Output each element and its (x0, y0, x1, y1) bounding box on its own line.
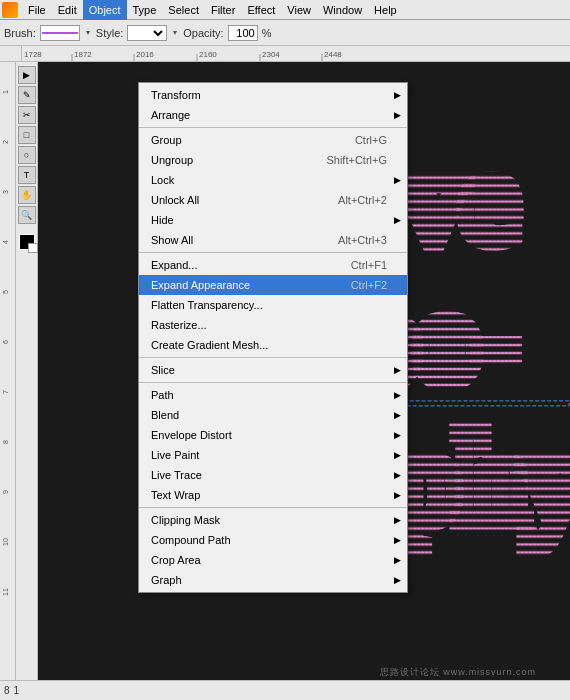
svg-text:1728: 1728 (24, 50, 42, 59)
menu-blend[interactable]: Blend ▶ (139, 405, 407, 425)
menu-ungroup[interactable]: Ungroup Shift+Ctrl+G (139, 150, 407, 170)
menu-file[interactable]: File (22, 0, 52, 20)
ruler-row: 1728 1872 2016 2160 2304 2448 (0, 46, 570, 62)
submenu-arrow: ▶ (394, 575, 401, 585)
menu-graph[interactable]: Graph ▶ (139, 570, 407, 590)
menu-transform[interactable]: Transform ▶ (139, 85, 407, 105)
svg-text:3: 3 (2, 190, 9, 194)
svg-text:6: 6 (2, 340, 9, 344)
menu-expand-appearance[interactable]: Expand Appearance Ctrl+F2 (139, 275, 407, 295)
menu-gradient-mesh[interactable]: Create Gradient Mesh... (139, 335, 407, 355)
style-label: Style: (96, 27, 124, 39)
svg-text:11: 11 (2, 588, 9, 596)
menu-help[interactable]: Help (368, 0, 403, 20)
tool-rect[interactable]: □ (18, 126, 36, 144)
brush-dropdown-icon[interactable] (84, 27, 92, 39)
menu-view[interactable]: View (281, 0, 317, 20)
tool-ellipse[interactable]: ○ (18, 146, 36, 164)
menu-compound-path[interactable]: Compound Path ▶ (139, 530, 407, 550)
menu-select[interactable]: Select (162, 0, 205, 20)
main-area: 1 2 3 4 5 6 7 8 9 10 11 ▶ ✎ ✂ □ ○ T ✋ 🔍 (0, 62, 570, 680)
submenu-arrow: ▶ (394, 90, 401, 100)
svg-text:7: 7 (2, 390, 9, 394)
submenu-arrow: ▶ (394, 410, 401, 420)
menu-hide[interactable]: Hide ▶ (139, 210, 407, 230)
menu-slice[interactable]: Slice ▶ (139, 360, 407, 380)
submenu-arrow: ▶ (394, 490, 401, 500)
submenu-arrow: ▶ (394, 515, 401, 525)
menu-envelope-distort[interactable]: Envelope Distort ▶ (139, 425, 407, 445)
submenu-arrow: ▶ (394, 470, 401, 480)
menu-group[interactable]: Group Ctrl+G (139, 130, 407, 150)
svg-text:10: 10 (2, 538, 9, 546)
menu-expand[interactable]: Expand... Ctrl+F1 (139, 255, 407, 275)
menu-object[interactable]: Object (83, 0, 127, 20)
menu-show-all[interactable]: Show All Alt+Ctrl+3 (139, 230, 407, 250)
ruler-corner (0, 46, 22, 62)
menu-edit[interactable]: Edit (52, 0, 83, 20)
submenu-arrow: ▶ (394, 430, 401, 440)
tool-type[interactable]: T (18, 166, 36, 184)
brush-preview[interactable] (40, 25, 80, 41)
menu-text-wrap[interactable]: Text Wrap ▶ (139, 485, 407, 505)
submenu-arrow: ▶ (394, 390, 401, 400)
dropdown-overlay: Transform ▶ Arrange ▶ Group Ctrl+G Ungro… (38, 82, 570, 680)
menubar: File Edit Object Type Select Filter Effe… (0, 0, 570, 20)
opacity-unit: % (262, 27, 272, 39)
svg-text:2304: 2304 (262, 50, 280, 59)
menu-live-paint[interactable]: Live Paint ▶ (139, 445, 407, 465)
statusbar: 8 1 (0, 680, 570, 700)
svg-text:8: 8 (2, 440, 9, 444)
opacity-input[interactable]: 100 (228, 25, 258, 41)
zoom-indicator: 8 (4, 685, 10, 696)
toolbar: Brush: Style: Opacity: 100 % (0, 20, 570, 46)
brush-label: Brush: (4, 27, 36, 39)
horizontal-ruler: 1728 1872 2016 2160 2304 2448 (22, 46, 570, 62)
menu-unlock-all[interactable]: Unlock All Alt+Ctrl+2 (139, 190, 407, 210)
svg-rect-4 (22, 46, 570, 62)
svg-text:2: 2 (2, 140, 9, 144)
submenu-arrow: ▶ (394, 110, 401, 120)
menu-arrange[interactable]: Arrange ▶ (139, 105, 407, 125)
menu-effect[interactable]: Effect (241, 0, 281, 20)
submenu-arrow: ▶ (394, 175, 401, 185)
submenu-arrow: ▶ (394, 365, 401, 375)
color-fill[interactable] (19, 234, 35, 250)
submenu-arrow: ▶ (394, 535, 401, 545)
menu-rasterize[interactable]: Rasterize... (139, 315, 407, 335)
menu-window[interactable]: Window (317, 0, 368, 20)
svg-marker-3 (173, 31, 177, 35)
toolbox: ▶ ✎ ✂ □ ○ T ✋ 🔍 (16, 62, 38, 680)
tool-pen[interactable]: ✎ (18, 86, 36, 104)
menu-clipping-mask[interactable]: Clipping Mask ▶ (139, 510, 407, 530)
style-select[interactable] (127, 25, 167, 41)
svg-text:2448: 2448 (324, 50, 342, 59)
menu-live-trace[interactable]: Live Trace ▶ (139, 465, 407, 485)
svg-text:5: 5 (2, 290, 9, 294)
tool-select[interactable]: ▶ (18, 66, 36, 84)
tool-scissors[interactable]: ✂ (18, 106, 36, 124)
menu-crop-area[interactable]: Crop Area ▶ (139, 550, 407, 570)
menu-type[interactable]: Type (127, 0, 163, 20)
separator-3 (139, 357, 407, 358)
tool-hand[interactable]: ✋ (18, 186, 36, 204)
style-dropdown-icon (171, 27, 179, 39)
menu-filter[interactable]: Filter (205, 0, 241, 20)
submenu-arrow: ▶ (394, 450, 401, 460)
svg-text:4: 4 (2, 240, 9, 244)
separator-2 (139, 252, 407, 253)
page-indicator: 1 (14, 685, 20, 696)
menu-lock[interactable]: Lock ▶ (139, 170, 407, 190)
svg-marker-2 (86, 31, 90, 35)
menu-flatten-transparency[interactable]: Flatten Transparency... (139, 295, 407, 315)
vertical-ruler: 1 2 3 4 5 6 7 8 9 10 11 (0, 62, 16, 680)
svg-text:2160: 2160 (199, 50, 217, 59)
menu-path[interactable]: Path ▶ (139, 385, 407, 405)
app-icon (2, 2, 18, 18)
opacity-label: Opacity: (183, 27, 223, 39)
svg-rect-16 (0, 62, 16, 680)
svg-text:1872: 1872 (74, 50, 92, 59)
svg-text:9: 9 (2, 490, 9, 494)
separator-5 (139, 507, 407, 508)
tool-zoom[interactable]: 🔍 (18, 206, 36, 224)
